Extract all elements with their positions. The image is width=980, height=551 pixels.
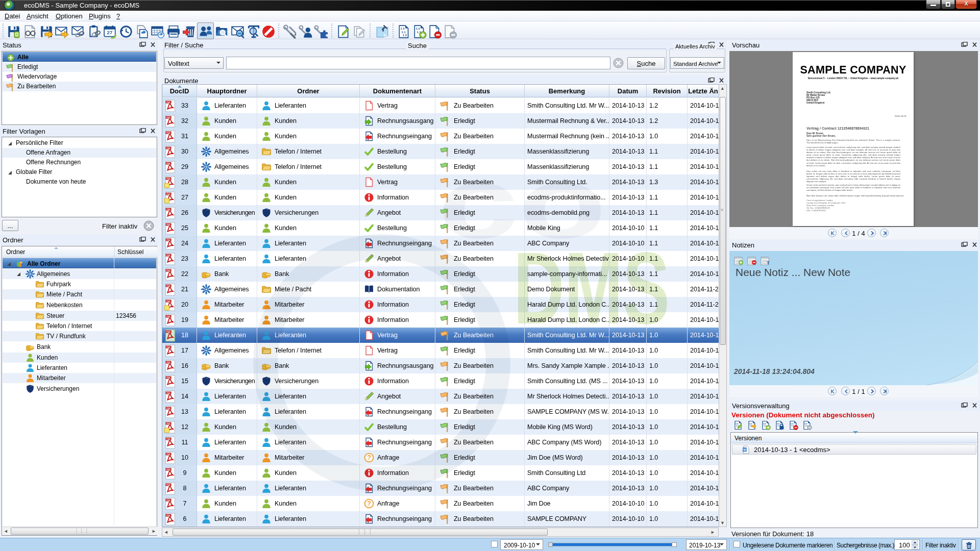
svg-text:T: T	[767, 260, 770, 265]
svg-text:1.0: 1.0	[415, 27, 420, 30]
svg-text:1.0: 1.0	[400, 27, 405, 30]
svg-text:1.2: 1.2	[403, 34, 407, 37]
svg-text:1.1: 1.1	[402, 31, 406, 34]
svg-text:27: 27	[107, 30, 113, 35]
